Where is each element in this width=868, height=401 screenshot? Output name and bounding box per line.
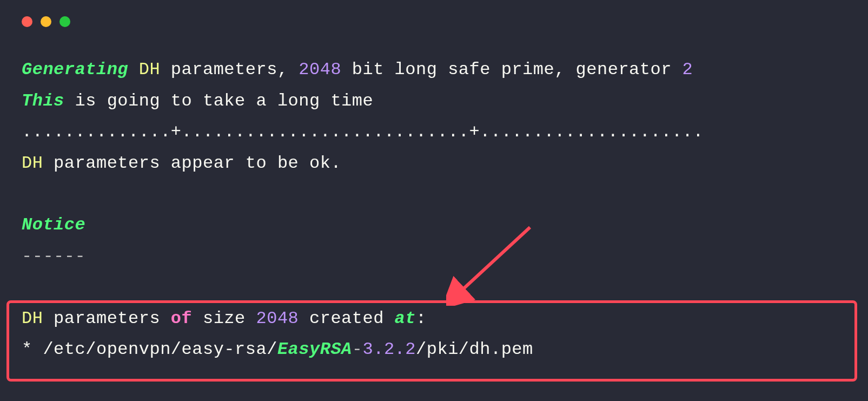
keyword-dh: DH bbox=[139, 60, 160, 80]
maximize-icon[interactable] bbox=[59, 16, 70, 27]
output-line-dh-created: DH parameters of size 2048 created at: bbox=[22, 303, 846, 334]
blank-line bbox=[22, 272, 846, 303]
close-icon[interactable] bbox=[22, 16, 32, 27]
output-line-1: Generating DH parameters, 2048 bit long … bbox=[22, 54, 846, 86]
terminal-output: Generating DH parameters, 2048 bit long … bbox=[0, 38, 868, 387]
keyword-easyrsa: EasyRSA bbox=[277, 339, 352, 359]
output-line-4: DH parameters appear to be ok. bbox=[22, 148, 846, 179]
output-line-3: ..............+.........................… bbox=[22, 116, 846, 148]
keyword-this: This bbox=[22, 91, 64, 111]
keyword-of: of bbox=[171, 308, 192, 328]
version-number: 3.2.2 bbox=[363, 339, 416, 359]
number-2048: 2048 bbox=[256, 308, 299, 328]
number-2: 2 bbox=[683, 60, 693, 80]
blank-line bbox=[22, 179, 846, 209]
output-line-2: This is going to take a long time bbox=[22, 86, 846, 117]
keyword-generating: Generating bbox=[22, 60, 128, 80]
output-line-underline: ------ bbox=[22, 241, 846, 272]
keyword-dh: DH bbox=[22, 153, 43, 173]
output-line-notice: Notice bbox=[22, 209, 846, 241]
keyword-at: at bbox=[395, 308, 416, 328]
window-controls bbox=[0, 0, 868, 38]
minimize-icon[interactable] bbox=[41, 16, 51, 27]
number-2048: 2048 bbox=[299, 60, 341, 80]
keyword-notice: Notice bbox=[22, 215, 85, 235]
output-line-path: * /etc/openvpn/easy-rsa/EasyRSA-3.2.2/pk… bbox=[22, 334, 846, 365]
keyword-dh: DH bbox=[22, 308, 43, 328]
